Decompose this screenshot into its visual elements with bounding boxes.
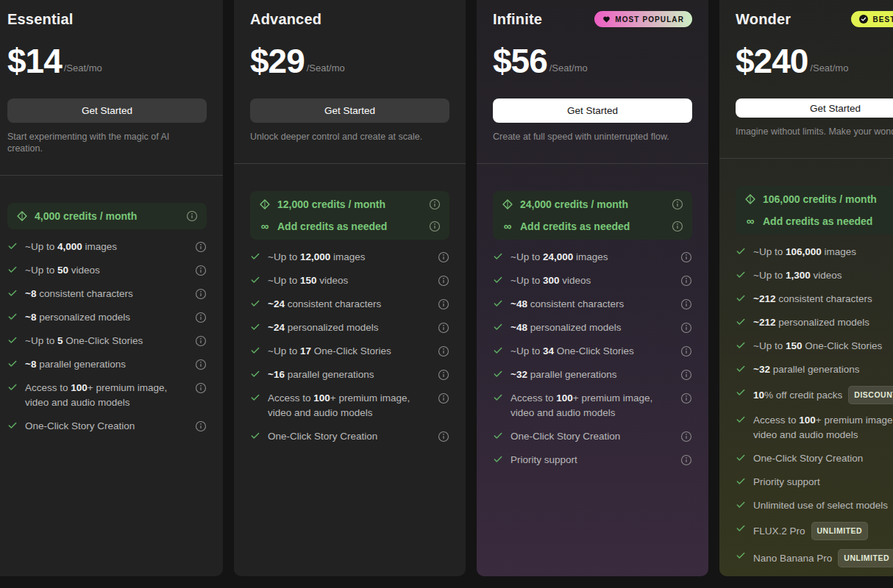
credits-box: 12,000 credits / month∞Add credits as ne… bbox=[250, 191, 449, 240]
info-icon[interactable] bbox=[429, 198, 441, 210]
check-icon bbox=[493, 322, 503, 332]
infinity-icon: ∞ bbox=[259, 221, 271, 232]
info-icon[interactable] bbox=[438, 298, 449, 310]
info-icon[interactable] bbox=[186, 210, 198, 222]
info-icon[interactable] bbox=[680, 454, 692, 466]
info-icon[interactable] bbox=[438, 322, 449, 334]
info-icon[interactable] bbox=[680, 345, 692, 357]
feature-text: ~Up to 12,000 images bbox=[268, 250, 430, 265]
check-icon bbox=[736, 523, 746, 534]
credits-label: 4,000 credits / month bbox=[35, 210, 186, 222]
get-started-button[interactable]: Get Started bbox=[250, 98, 449, 123]
plan-price-row: $14/Seat/mo bbox=[7, 44, 207, 78]
info-icon[interactable] bbox=[195, 359, 207, 370]
get-started-button[interactable]: Get Started bbox=[7, 98, 207, 123]
info-icon[interactable] bbox=[195, 265, 207, 276]
credits-label: 106,000 credits / month bbox=[763, 193, 893, 205]
info-icon[interactable] bbox=[680, 251, 692, 263]
info-icon[interactable] bbox=[195, 288, 207, 300]
info-icon[interactable] bbox=[195, 335, 207, 347]
heart-icon bbox=[602, 15, 611, 23]
plan-header: Essential bbox=[7, 10, 207, 28]
info-icon[interactable] bbox=[680, 369, 692, 381]
feature-list: ~Up to 106,000 images~Up to 1,300 videos… bbox=[736, 245, 893, 576]
check-icon bbox=[493, 392, 503, 403]
info-icon[interactable] bbox=[438, 251, 449, 263]
feature-row: One-Click Story Creation bbox=[493, 429, 692, 444]
info-icon[interactable] bbox=[438, 369, 449, 381]
feature-badge: UNLIMITED bbox=[811, 522, 869, 540]
info-icon[interactable] bbox=[672, 198, 683, 210]
info-icon[interactable] bbox=[680, 392, 692, 404]
info-icon[interactable] bbox=[672, 220, 683, 232]
feature-row: ~Up to 17 One-Click Stories bbox=[250, 344, 449, 359]
feature-row: ~Up to 4,000 images bbox=[7, 240, 207, 254]
feature-text: ~Up to 106,000 images bbox=[753, 245, 893, 259]
info-icon[interactable] bbox=[438, 275, 449, 287]
info-icon[interactable] bbox=[680, 431, 692, 442]
feature-row: ~212 personalized models bbox=[736, 315, 893, 330]
credits-row: 24,000 credits / month bbox=[502, 197, 683, 212]
info-icon[interactable] bbox=[195, 420, 207, 432]
info-icon[interactable] bbox=[429, 220, 441, 232]
check-icon bbox=[250, 251, 260, 262]
infinity-icon: ∞ bbox=[744, 216, 756, 226]
plan-card-advanced: Advanced$29/Seat/moGet StartedUnlock dee… bbox=[234, 0, 466, 576]
credits-row: 12,000 credits / month bbox=[259, 197, 441, 212]
feature-row: Priority support bbox=[493, 453, 692, 467]
info-icon[interactable] bbox=[438, 392, 449, 404]
get-started-button[interactable]: Get Started bbox=[736, 98, 893, 118]
check-icon bbox=[736, 415, 746, 425]
check-icon bbox=[736, 476, 746, 487]
check-icon bbox=[493, 369, 503, 379]
feature-row: ~24 consistent characters bbox=[250, 297, 449, 312]
feature-text: ~Up to 4,000 images bbox=[25, 240, 188, 254]
feature-badge: DISCOUNT bbox=[848, 386, 893, 404]
feature-text: ~Up to 34 One-Click Stories bbox=[510, 344, 673, 359]
check-icon bbox=[493, 251, 503, 262]
info-icon[interactable] bbox=[195, 312, 207, 323]
feature-text: 10% off credit packsDISCOUNT bbox=[753, 386, 893, 404]
feature-row: ~Up to 106,000 images bbox=[736, 245, 893, 259]
check-icon bbox=[736, 270, 746, 280]
check-icon bbox=[250, 392, 260, 403]
info-icon[interactable] bbox=[438, 345, 449, 357]
feature-row: Unlimited use of select models bbox=[736, 498, 893, 513]
feature-text: ~Up to 50 videos bbox=[25, 263, 188, 278]
info-icon[interactable] bbox=[195, 241, 207, 253]
feature-text: ~8 consistent characters bbox=[25, 287, 188, 301]
feature-text: FLUX.2 ProUNLIMITED bbox=[753, 522, 893, 540]
feature-row: Priority support bbox=[736, 475, 893, 490]
feature-text: ~212 personalized models bbox=[753, 315, 893, 330]
check-icon bbox=[493, 298, 503, 309]
check-icon bbox=[493, 454, 503, 465]
info-icon[interactable] bbox=[680, 275, 692, 287]
credits-label: Add credits as needed bbox=[277, 220, 429, 232]
feature-list: ~Up to 24,000 images~Up to 300 videos~48… bbox=[493, 250, 692, 476]
info-icon[interactable] bbox=[680, 322, 692, 334]
check-icon bbox=[7, 265, 18, 275]
feature-text: ~24 consistent characters bbox=[268, 297, 430, 312]
plan-badge: BEST VALUE bbox=[851, 11, 893, 27]
feature-text: Unlimited use of select models bbox=[753, 498, 893, 513]
plan-price-suffix: /Seat/mo bbox=[549, 62, 588, 74]
pricing-cards: Essential$14/Seat/moGet StartedStart exp… bbox=[0, 0, 893, 576]
get-started-button[interactable]: Get Started bbox=[493, 98, 692, 123]
feature-row: ~Up to 150 One-Click Stories bbox=[736, 339, 893, 354]
credits-row: ∞Add credits as needed bbox=[259, 219, 441, 234]
check-icon bbox=[7, 382, 18, 392]
feature-row: ~8 parallel generations bbox=[7, 357, 207, 372]
info-icon[interactable] bbox=[680, 298, 692, 310]
check-icon bbox=[493, 345, 503, 356]
infinity-icon: ∞ bbox=[502, 221, 513, 232]
feature-text: ~Up to 5 One-Click Stories bbox=[25, 334, 188, 348]
feature-row: ~Up to 5 One-Click Stories bbox=[7, 334, 207, 348]
check-icon bbox=[7, 312, 18, 322]
check-icon bbox=[250, 369, 260, 379]
feature-row: ~Up to 300 videos bbox=[493, 273, 692, 288]
gem-icon bbox=[16, 211, 28, 221]
info-icon[interactable] bbox=[195, 382, 207, 394]
info-icon[interactable] bbox=[438, 431, 449, 442]
divider bbox=[234, 163, 466, 164]
feature-row: ~Up to 24,000 images bbox=[493, 250, 692, 265]
